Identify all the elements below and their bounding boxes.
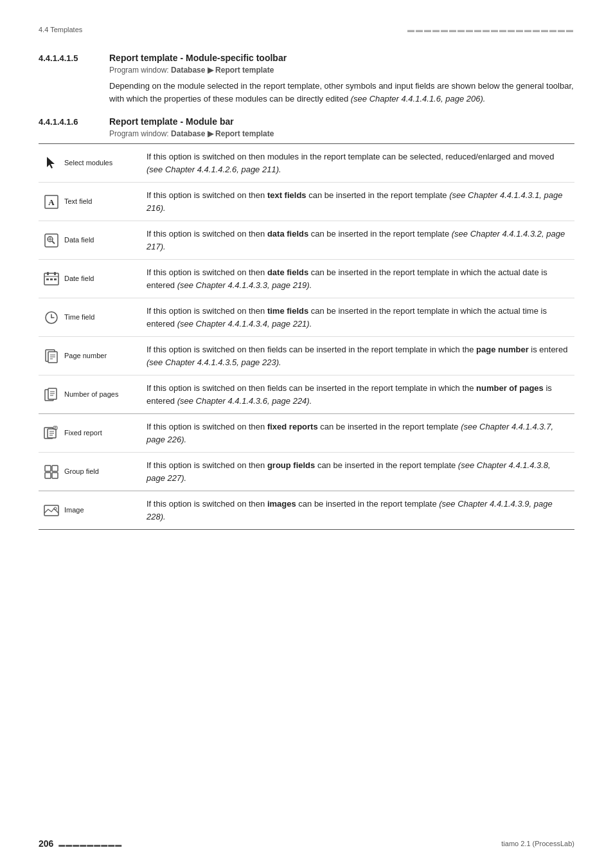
select-modules-desc: If this option is switched on then modul…: [141, 144, 574, 183]
icon-label-date-field: Date field: [42, 270, 136, 288]
table-row: Data field If this option is switched on…: [39, 221, 574, 260]
select-modules-label: Select modules: [64, 158, 112, 168]
icon-label-page-number: Page number: [42, 347, 136, 365]
svg-rect-36: [45, 473, 51, 478]
svg-rect-3: [45, 234, 58, 247]
table-row: Group field If this option is switched o…: [39, 453, 574, 491]
footer-dots: ▬▬▬▬▬▬▬▬▬: [58, 841, 122, 848]
data-field-desc: If this option is switched on then data …: [141, 221, 574, 260]
svg-rect-14: [54, 278, 57, 280]
table-row: Page number If this option is switched o…: [39, 337, 574, 375]
group-field-icon: [42, 463, 60, 481]
number-of-pages-desc: If this option is switched on then field…: [141, 375, 574, 414]
table-row: Date field If this option is switched on…: [39, 260, 574, 298]
table-row: Time field If this option is switched on…: [39, 298, 574, 337]
module-table: Select modules If this option is switche…: [39, 143, 574, 530]
time-field-label: Time field: [64, 312, 94, 323]
svg-rect-35: [52, 466, 58, 471]
svg-rect-10: [54, 272, 56, 275]
section-1-subtitle: Program window: Database ▶ Report templa…: [109, 66, 574, 75]
datefield-svg: [44, 271, 59, 287]
svg-rect-9: [47, 272, 49, 275]
fixed-report-icon: [42, 424, 60, 442]
table-row: Image If this option is switched on then…: [39, 491, 574, 530]
datafield-svg: [44, 233, 59, 248]
icon-label-image: Image: [42, 502, 136, 520]
text-field-desc: If this option is switched on then text …: [141, 183, 574, 221]
date-field-desc: If this option is switched on then date …: [141, 260, 574, 298]
text-field-label: Text field: [64, 196, 92, 207]
section-2-title: Report template - Module bar: [109, 116, 234, 127]
table-row: Fixed report If this option is switched …: [39, 414, 574, 453]
page-number-label: Page number: [64, 350, 107, 361]
section-1-heading: 4.4.1.4.1.5 Report template - Module-spe…: [39, 53, 574, 63]
image-icon: [42, 502, 60, 520]
icon-label-select-modules: Select modules: [42, 154, 136, 172]
icon-label-time-field: Time field: [42, 309, 136, 327]
timefield-svg: [44, 310, 59, 325]
icon-label-number-of-pages: Number of pages: [42, 386, 136, 404]
number-of-pages-icon: [42, 386, 60, 404]
svg-line-5: [52, 241, 55, 244]
section-2-subtitle: Program window: Database ▶ Report templa…: [109, 129, 574, 138]
textfield-svg: A: [44, 194, 59, 210]
icon-label-fixed-report: Fixed report: [42, 424, 136, 442]
time-field-icon: [42, 309, 60, 327]
section-1-title: Report template - Module-specific toolba…: [109, 53, 287, 63]
section-2-num: 4.4.1.4.1.6: [39, 117, 96, 127]
icon-label-data-field: Data field: [42, 231, 136, 249]
cursor-svg: [44, 156, 59, 171]
numpages-svg: [44, 387, 59, 402]
fixed-report-label: Fixed report: [64, 428, 102, 439]
svg-rect-12: [46, 278, 49, 280]
image-desc: If this option is switched on then image…: [141, 491, 574, 530]
footer-app-name: tiamo 2.1 (ProcessLab): [501, 840, 574, 847]
text-field-icon: A: [42, 193, 60, 211]
page-footer: 206 ▬▬▬▬▬▬▬▬▬ tiamo 2.1 (ProcessLab): [39, 838, 574, 849]
image-label: Image: [64, 505, 84, 516]
svg-text:A: A: [48, 197, 55, 207]
page: 4.4 Templates ▬▬▬▬▬▬▬▬▬▬▬▬▬▬▬▬▬▬▬▬ 4.4.1…: [0, 0, 613, 868]
data-field-icon: [42, 231, 60, 249]
group-field-desc: If this option is switched on then group…: [141, 453, 574, 491]
icon-label-text-field: A Text field: [42, 193, 136, 211]
header-section: 4.4 Templates: [39, 26, 82, 33]
groupfield-svg: [44, 464, 59, 480]
svg-rect-34: [45, 466, 51, 471]
table-row: Number of pages If this option is switch…: [39, 375, 574, 414]
group-field-label: Group field: [64, 466, 99, 477]
time-field-desc: If this option is switched on then time …: [141, 298, 574, 337]
page-header: 4.4 Templates ▬▬▬▬▬▬▬▬▬▬▬▬▬▬▬▬▬▬▬▬: [39, 26, 574, 33]
table-row: Select modules If this option is switche…: [39, 144, 574, 183]
pagenum-svg: [44, 348, 59, 364]
table-row: A Text field If this option is switched …: [39, 183, 574, 221]
header-decoration: ▬▬▬▬▬▬▬▬▬▬▬▬▬▬▬▬▬▬▬▬: [407, 26, 574, 33]
page-number: 206 ▬▬▬▬▬▬▬▬▬: [39, 838, 122, 849]
number-of-pages-label: Number of pages: [64, 389, 118, 400]
date-field-label: Date field: [64, 273, 94, 284]
data-field-label: Data field: [64, 235, 94, 246]
section-1-body: Depending on the module selected in the …: [109, 80, 574, 105]
section-2-heading: 4.4.1.4.1.6 Report template - Module bar: [39, 116, 574, 127]
svg-rect-37: [52, 473, 58, 478]
svg-marker-0: [47, 157, 55, 168]
fixed-report-desc: If this option is switched on then fixed…: [141, 414, 574, 453]
icon-label-group-field: Group field: [42, 463, 136, 481]
page-number-desc: If this option is switched on then field…: [141, 337, 574, 375]
page-number-icon: [42, 347, 60, 365]
date-field-icon: [42, 270, 60, 288]
image-svg: [44, 503, 59, 518]
section-1-num: 4.4.1.4.1.5: [39, 53, 96, 63]
svg-rect-13: [50, 278, 53, 280]
select-modules-icon: [42, 154, 60, 172]
fixedreport-svg: [44, 426, 59, 441]
